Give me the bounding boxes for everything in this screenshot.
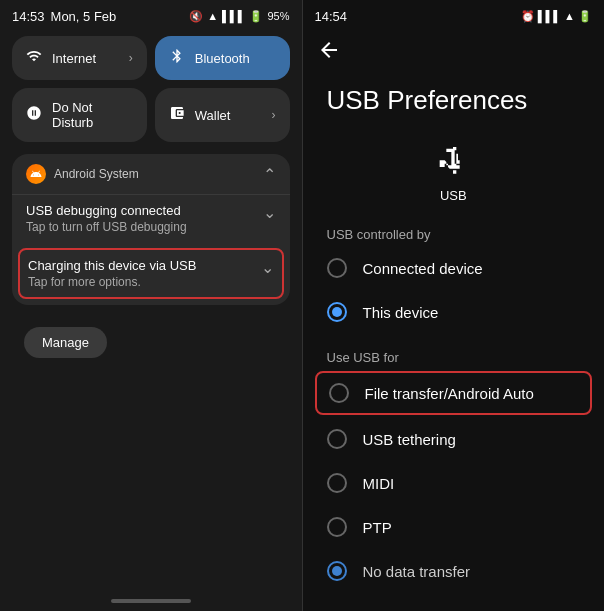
notif-item-charging[interactable]: Charging this device via USB Tap for mor… bbox=[18, 248, 284, 299]
alarm-icon: ⏰ bbox=[521, 10, 535, 23]
back-button[interactable] bbox=[303, 28, 355, 77]
radio-usb-tethering-label: USB tethering bbox=[363, 431, 456, 448]
radio-midi-button[interactable] bbox=[327, 473, 347, 493]
bluetooth-tile-icon bbox=[169, 48, 185, 68]
mute-icon: 🔇 bbox=[189, 10, 203, 23]
battery-percent: 95% bbox=[267, 10, 289, 22]
wifi-tile-icon bbox=[26, 48, 42, 68]
radio-ptp-button[interactable] bbox=[327, 517, 347, 537]
use-for-label: Use USB for bbox=[303, 342, 605, 369]
tile-dnd-label: Do Not Disturb bbox=[52, 100, 133, 130]
dnd-tile-icon bbox=[26, 105, 42, 125]
usb-icon bbox=[433, 142, 473, 182]
radio-no-data-transfer[interactable]: No data transfer bbox=[303, 549, 605, 593]
radio-this-device-inner bbox=[332, 307, 342, 317]
radio-midi-label: MIDI bbox=[363, 475, 395, 492]
radio-no-data-transfer-inner bbox=[332, 566, 342, 576]
internet-chevron-icon: › bbox=[129, 51, 133, 65]
notif-text-usb-debug: USB debugging connected Tap to turn off … bbox=[26, 203, 255, 234]
notif-title-usb-debug: USB debugging connected bbox=[26, 203, 255, 218]
notif-subtitle-usb-debug: Tap to turn off USB debugging bbox=[26, 220, 255, 234]
notif-expand-charging-icon[interactable]: ⌄ bbox=[261, 258, 274, 277]
radio-this-device-label: This device bbox=[363, 304, 439, 321]
radio-midi[interactable]: MIDI bbox=[303, 461, 605, 505]
radio-file-transfer[interactable]: File transfer/Android Auto bbox=[315, 371, 593, 415]
radio-usb-tethering-button[interactable] bbox=[327, 429, 347, 449]
notification-header: Android System ⌃ bbox=[12, 154, 290, 194]
tile-bluetooth-label: Bluetooth bbox=[195, 51, 276, 66]
manage-section: Manage bbox=[0, 309, 302, 376]
tile-wallet[interactable]: Wallet › bbox=[155, 88, 290, 142]
controlled-by-label: USB controlled by bbox=[303, 219, 605, 246]
radio-no-data-transfer-label: No data transfer bbox=[363, 563, 471, 580]
signal-icon: ▌▌▌ bbox=[222, 10, 245, 22]
quick-tiles: Internet › Bluetooth Do Not Disturb bbox=[0, 28, 302, 150]
battery-icon: 🔋 bbox=[249, 10, 263, 23]
notification-collapse-icon[interactable]: ⌃ bbox=[263, 165, 276, 184]
status-bar-right: 14:54 ⏰ ▌▌▌ ▲ 🔋 bbox=[303, 0, 605, 28]
tile-wallet-label: Wallet bbox=[195, 108, 262, 123]
page-title: USB Preferences bbox=[303, 77, 605, 132]
battery-icon-right: 🔋 bbox=[578, 10, 592, 23]
wallet-tile-icon bbox=[169, 105, 185, 125]
notification-app-name: Android System bbox=[54, 167, 255, 181]
radio-usb-tethering[interactable]: USB tethering bbox=[303, 417, 605, 461]
android-system-icon bbox=[26, 164, 46, 184]
radio-connected-device-button[interactable] bbox=[327, 258, 347, 278]
home-indicator-left bbox=[111, 599, 191, 603]
status-time-left: 14:53 bbox=[12, 9, 45, 24]
status-icons-right: ⏰ ▌▌▌ ▲ 🔋 bbox=[521, 10, 592, 23]
radio-connected-device[interactable]: Connected device bbox=[303, 246, 605, 290]
radio-no-data-transfer-button[interactable] bbox=[327, 561, 347, 581]
right-panel: 14:54 ⏰ ▌▌▌ ▲ 🔋 USB Preferences USB USB … bbox=[303, 0, 605, 611]
wallet-chevron-icon: › bbox=[272, 108, 276, 122]
tile-internet-label: Internet bbox=[52, 51, 119, 66]
wifi-icon-right: ▲ bbox=[564, 10, 575, 22]
usb-icon-section: USB bbox=[303, 132, 605, 219]
wifi-icon: ▲ bbox=[207, 10, 218, 22]
notif-text-charging: Charging this device via USB Tap for mor… bbox=[28, 258, 253, 289]
radio-connected-device-label: Connected device bbox=[363, 260, 483, 277]
radio-this-device-button[interactable] bbox=[327, 302, 347, 322]
radio-this-device[interactable]: This device bbox=[303, 290, 605, 334]
radio-file-transfer-button[interactable] bbox=[329, 383, 349, 403]
notif-title-charging: Charging this device via USB bbox=[28, 258, 253, 273]
tile-bluetooth[interactable]: Bluetooth bbox=[155, 36, 290, 80]
signal-icon-right: ▌▌▌ bbox=[538, 10, 561, 22]
manage-button[interactable]: Manage bbox=[24, 327, 107, 358]
notif-charging-row: Charging this device via USB Tap for mor… bbox=[28, 258, 274, 289]
tile-dnd[interactable]: Do Not Disturb bbox=[12, 88, 147, 142]
radio-ptp-label: PTP bbox=[363, 519, 392, 536]
notif-expand-usb-debug-icon[interactable]: ⌄ bbox=[263, 203, 276, 222]
radio-file-transfer-label: File transfer/Android Auto bbox=[365, 385, 534, 402]
notif-subtitle-charging: Tap for more options. bbox=[28, 275, 253, 289]
status-time-right: 14:54 bbox=[315, 9, 348, 24]
status-date: Mon, 5 Feb bbox=[51, 9, 117, 24]
left-panel: 14:53 Mon, 5 Feb 🔇 ▲ ▌▌▌ 🔋 95% Internet … bbox=[0, 0, 302, 611]
notif-item-usb-debug[interactable]: USB debugging connected Tap to turn off … bbox=[12, 194, 290, 244]
radio-ptp[interactable]: PTP bbox=[303, 505, 605, 549]
tile-internet[interactable]: Internet › bbox=[12, 36, 147, 80]
notification-card: Android System ⌃ USB debugging connected… bbox=[12, 154, 290, 305]
status-icons-left: 🔇 ▲ ▌▌▌ 🔋 95% bbox=[189, 10, 289, 23]
usb-label: USB bbox=[440, 188, 467, 203]
status-bar-left: 14:53 Mon, 5 Feb 🔇 ▲ ▌▌▌ 🔋 95% bbox=[0, 0, 302, 28]
